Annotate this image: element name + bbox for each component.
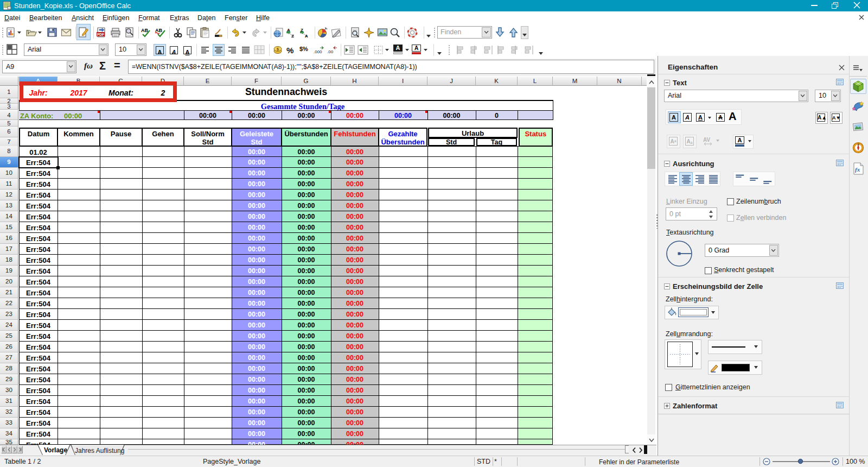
- svg-text:PDF: PDF: [97, 33, 104, 36]
- svg-text:.00: .00: [327, 49, 334, 54]
- svg-text:AV: AV: [703, 137, 710, 143]
- svg-text:.000: .000: [314, 49, 322, 54]
- svg-text:AB: AB: [141, 28, 148, 33]
- svg-text:N: N: [857, 143, 859, 146]
- svg-text:$: $: [277, 47, 279, 52]
- svg-text:fx: fx: [855, 166, 860, 173]
- svg-text:A: A: [305, 34, 308, 38]
- svg-text:Z: Z: [291, 34, 294, 38]
